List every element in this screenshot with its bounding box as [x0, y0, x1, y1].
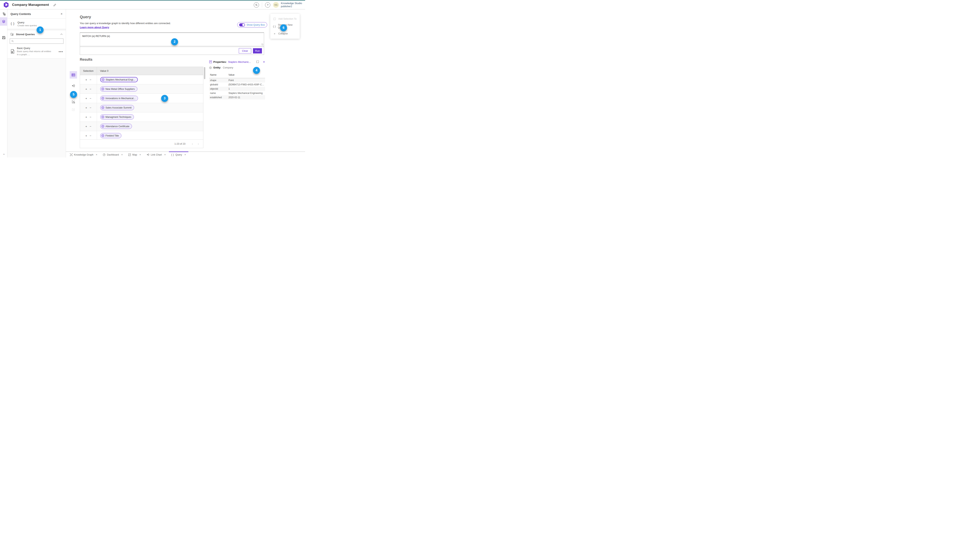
- view-map-entities-icon[interactable]: [70, 98, 77, 105]
- add-selection-plus[interactable]: +: [85, 125, 87, 128]
- help-icon[interactable]: ?: [265, 2, 270, 8]
- layers-icon[interactable]: [0, 17, 7, 26]
- tab-query[interactable]: { } Query ✕: [169, 152, 189, 158]
- page-range-label: 1-23 of 23: [174, 143, 185, 145]
- remove-selection-minus[interactable]: −: [90, 97, 92, 100]
- entity-dot-icon: [101, 88, 104, 90]
- column-header-selection[interactable]: Selection: [80, 67, 97, 75]
- entity-pill[interactable]: Sales Associate Summit: [100, 105, 134, 110]
- curly-braces-icon: { }: [171, 153, 174, 156]
- remove-selection-minus[interactable]: −: [90, 115, 92, 118]
- add-selection-icon[interactable]: [256, 60, 259, 63]
- results-pagination: 1-23 of 23 ‹ ›: [80, 139, 203, 148]
- menu-item-add-selection-to: Add Selection To: [270, 15, 300, 23]
- tab-knowledge-graph[interactable]: Knowledge Graph ✕: [67, 152, 100, 158]
- add-selection-plus[interactable]: +: [85, 134, 87, 137]
- annotation-callout-1: 1: [37, 27, 43, 33]
- column-header-value0[interactable]: Value 0: [97, 67, 203, 75]
- magnifier-icon: [11, 40, 14, 42]
- ellipsis-icon[interactable]: ●●●: [59, 50, 63, 53]
- remove-selection-minus[interactable]: −: [90, 106, 92, 109]
- close-tab-icon[interactable]: ✕: [164, 153, 166, 156]
- stored-queries-header[interactable]: Stored Queries: [7, 30, 66, 38]
- annotation-callout-5: 5: [70, 91, 77, 98]
- remove-selection-minus[interactable]: −: [90, 88, 92, 90]
- panel-title: Query Contents: [10, 12, 31, 15]
- menu-item-collapse[interactable]: » Collapse: [270, 30, 300, 37]
- entity-pill[interactable]: Managment Techniques: [100, 114, 134, 120]
- panel-header: Query Contents ✕: [7, 9, 66, 19]
- chevron-up-icon[interactable]: [60, 33, 63, 35]
- add-selection-plus[interactable]: +: [85, 106, 87, 109]
- user-info[interactable]: Knowledge Studio publisher2: [281, 2, 302, 8]
- data-model-icon[interactable]: [0, 10, 7, 18]
- close-panel-icon[interactable]: ✕: [60, 12, 63, 15]
- entity-pill[interactable]: Attendance Certificate: [100, 124, 132, 129]
- results-header-row: Selection Value 0: [80, 67, 203, 75]
- add-selection-plus[interactable]: +: [85, 78, 87, 81]
- toggle-label: Show Query Box: [247, 23, 265, 26]
- results-scrollbar[interactable]: [204, 67, 205, 79]
- close-tab-icon[interactable]: ✕: [96, 153, 97, 156]
- entity-pill[interactable]: New Metal Office Suppliers: [100, 86, 137, 92]
- tab-map[interactable]: Map ✕: [125, 152, 144, 158]
- edit-title-pencil-icon[interactable]: [53, 3, 56, 7]
- stored-queries-title: Stored Queries: [16, 33, 35, 36]
- tab-link-chart[interactable]: Link Chart ✕: [144, 152, 169, 158]
- learn-more-link[interactable]: Learn more about Query: [80, 26, 109, 29]
- show-query-box-toggle[interactable]: Show Query Box: [237, 22, 267, 27]
- annotation-callout-2: 2: [171, 38, 178, 45]
- view-selection-icon[interactable]: [70, 106, 77, 113]
- entity-dot-icon: [101, 106, 104, 109]
- folder-icon: [10, 33, 14, 36]
- collapse-chevrons-icon: »: [273, 32, 276, 35]
- tab-dashboard[interactable]: Dashboard ✕: [100, 152, 125, 158]
- table-row: +− Staplers Mechanical Engi...: [80, 75, 203, 84]
- add-selection-plus[interactable]: +: [85, 88, 87, 90]
- remove-selection-minus[interactable]: −: [90, 78, 92, 81]
- chevron-left-icon[interactable]: ‹: [191, 142, 194, 145]
- entity-pill[interactable]: Staplers Mechanical Engi...: [100, 77, 138, 82]
- view-link-chart-icon[interactable]: [70, 82, 77, 90]
- query-contents-panel: Query Contents ✕ { } Query Create new qu…: [7, 9, 66, 158]
- table-row: +− Attendance Certificate: [80, 122, 203, 131]
- table-row: +− Sales Associate Summit: [80, 103, 203, 112]
- entity-type: Company: [223, 66, 233, 69]
- chevron-right-icon[interactable]: ›: [197, 142, 200, 145]
- query-item-subtitle: Create new queries: [18, 24, 37, 27]
- stored-query-item[interactable]: Basic Query Basic query that returns all…: [7, 46, 66, 58]
- panel-filler: [7, 58, 66, 158]
- entity-pill[interactable]: Innovations in Mechanical...: [100, 96, 138, 101]
- app-logo[interactable]: [3, 2, 9, 8]
- entity-pill[interactable]: Firebird Title: [100, 133, 121, 138]
- view-table-icon[interactable]: [70, 71, 77, 78]
- query-page: Query You can query a knowledge graph to…: [66, 9, 305, 152]
- add-selection-plus[interactable]: +: [85, 97, 87, 100]
- expand-chevrons-icon[interactable]: »: [0, 153, 7, 155]
- close-tab-icon[interactable]: ✕: [121, 153, 123, 156]
- close-tab-icon[interactable]: ✕: [139, 153, 141, 156]
- save-icon[interactable]: [0, 33, 7, 42]
- close-properties-icon[interactable]: ✕: [263, 60, 265, 63]
- stored-item-title: Basic Query: [17, 47, 52, 50]
- add-selection-plus[interactable]: +: [85, 115, 87, 118]
- toggle-switch[interactable]: [239, 23, 245, 27]
- annotation-callout-3: 3: [161, 95, 168, 102]
- run-button[interactable]: Run: [253, 48, 262, 53]
- clear-button[interactable]: Clear: [239, 48, 251, 53]
- remove-selection-minus[interactable]: −: [90, 134, 92, 137]
- properties-entity-link[interactable]: Staplers Mechanic...: [228, 60, 251, 63]
- query-create-item[interactable]: { } Query Create new queries: [7, 19, 66, 29]
- table-row: +− New Metal Office Suppliers: [80, 84, 203, 94]
- remove-selection-minus[interactable]: −: [90, 125, 92, 128]
- add-selection-icon: [273, 18, 276, 20]
- close-tab-icon[interactable]: ✕: [184, 153, 186, 156]
- stored-queries-search[interactable]: [10, 38, 64, 44]
- curly-braces-icon: { }: [11, 22, 15, 26]
- table-row: +− Innovations in Mechanical...: [80, 94, 203, 103]
- search-icon[interactable]: [254, 2, 259, 8]
- avatar[interactable]: KS: [273, 2, 279, 8]
- results-table: Selection Value 0 +− Staplers Mechanical…: [80, 67, 203, 148]
- search-input[interactable]: [15, 40, 62, 43]
- resize-handle[interactable]: [262, 43, 264, 45]
